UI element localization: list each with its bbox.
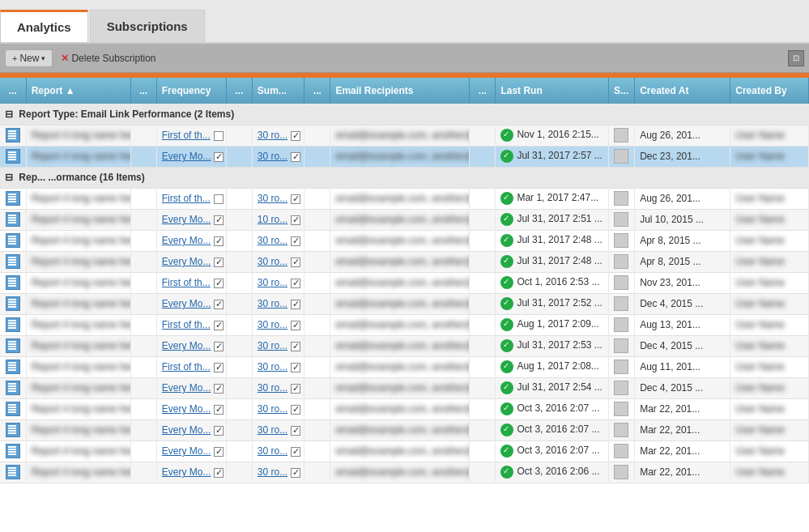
table-row[interactable]: Report 4 long name hereFirst of th...30 … bbox=[0, 125, 809, 146]
frequency-link[interactable]: Every Mo... bbox=[162, 256, 211, 267]
table-row[interactable]: Report 4 long name hereEvery Mo...30 ro.… bbox=[0, 419, 809, 440]
frequency-link[interactable]: Every Mo... bbox=[162, 403, 211, 415]
col-header-report[interactable]: Report ▲ bbox=[26, 78, 130, 104]
table-row[interactable]: Report 4 long name hereEvery Mo...30 ro.… bbox=[0, 146, 809, 167]
col-header-lastrun[interactable]: Last Run bbox=[496, 78, 609, 104]
frequency-link[interactable]: Every Mo... bbox=[162, 214, 211, 225]
frequency-checkbox[interactable] bbox=[214, 152, 224, 162]
summary-link[interactable]: 30 ro... bbox=[258, 340, 287, 351]
frequency-link[interactable]: Every Mo... bbox=[162, 424, 211, 436]
frequency-checkbox[interactable] bbox=[214, 447, 224, 457]
table-row[interactable]: Report 4 long name hereEvery Mo...30 ro.… bbox=[0, 440, 809, 462]
frequency-checkbox[interactable] bbox=[214, 215, 224, 225]
tab-analytics[interactable]: Analytics bbox=[0, 10, 88, 42]
summary-checkbox[interactable] bbox=[291, 215, 300, 225]
frequency-link[interactable]: Every Mo... bbox=[162, 298, 211, 309]
summary-checkbox[interactable] bbox=[291, 257, 300, 267]
summary-link[interactable]: 30 ro... bbox=[258, 256, 287, 267]
frequency-checkbox[interactable] bbox=[214, 426, 224, 436]
collapse-icon[interactable]: ⊟ bbox=[5, 172, 15, 183]
summary-link[interactable]: 30 ro... bbox=[258, 445, 287, 457]
frequency-checkbox[interactable] bbox=[214, 342, 224, 351]
table-row[interactable]: Report 4 long name hereEvery Mo...30 ro.… bbox=[0, 398, 809, 419]
frequency-link[interactable]: First of th... bbox=[162, 193, 211, 204]
table-row[interactable]: Report 4 long name hereFirst of th...30 … bbox=[0, 314, 809, 335]
summary-link[interactable]: 30 ro... bbox=[258, 424, 287, 436]
summary-link[interactable]: 30 ro... bbox=[258, 382, 287, 394]
summary-checkbox[interactable] bbox=[291, 363, 300, 372]
summary-checkbox[interactable] bbox=[291, 152, 300, 162]
table-row[interactable]: Report 4 long name hereFirst of th...30 … bbox=[0, 356, 809, 377]
summary-checkbox[interactable] bbox=[291, 321, 300, 330]
restore-icon[interactable]: ⊡ bbox=[788, 50, 804, 66]
frequency-link[interactable]: First of th... bbox=[162, 130, 211, 141]
frequency-checkbox[interactable] bbox=[214, 405, 224, 415]
frequency-checkbox[interactable] bbox=[214, 257, 224, 267]
frequency-checkbox[interactable] bbox=[214, 131, 224, 141]
col-header-email[interactable]: Email Recipients bbox=[330, 78, 470, 104]
col-header-dots5[interactable]: ... bbox=[470, 78, 496, 104]
summary-checkbox[interactable] bbox=[291, 279, 300, 288]
col-header-summary[interactable]: Sum... bbox=[252, 78, 304, 104]
frequency-link[interactable]: First of th... bbox=[162, 277, 211, 288]
summary-checkbox[interactable] bbox=[291, 300, 300, 309]
summary-link[interactable]: 30 ro... bbox=[258, 298, 287, 309]
col-header-frequency[interactable]: Frequency bbox=[156, 78, 226, 104]
table-row[interactable]: Report 4 long name hereEvery Mo...30 ro.… bbox=[0, 377, 809, 398]
frequency-checkbox[interactable] bbox=[214, 468, 224, 478]
frequency-checkbox[interactable] bbox=[214, 300, 224, 309]
table-row[interactable]: Report 4 long name hereFirst of th...30 … bbox=[0, 272, 809, 293]
frequency-checkbox[interactable] bbox=[214, 279, 224, 288]
new-button[interactable]: + New ▾ bbox=[5, 49, 53, 67]
frequency-link[interactable]: Every Mo... bbox=[162, 466, 211, 478]
summary-checkbox[interactable] bbox=[291, 405, 300, 415]
frequency-link[interactable]: Every Mo... bbox=[162, 382, 211, 394]
summary-link[interactable]: 30 ro... bbox=[258, 361, 287, 372]
summary-link[interactable]: 30 ro... bbox=[258, 277, 287, 288]
frequency-checkbox[interactable] bbox=[214, 384, 224, 394]
col-header-s[interactable]: S... bbox=[608, 78, 634, 104]
table-row[interactable]: Report 4 long name hereEvery Mo...30 ro.… bbox=[0, 293, 809, 314]
frequency-checkbox[interactable] bbox=[214, 363, 224, 372]
frequency-link[interactable]: Every Mo... bbox=[162, 340, 211, 351]
summary-link[interactable]: 30 ro... bbox=[258, 130, 287, 141]
frequency-link[interactable]: Every Mo... bbox=[162, 235, 211, 246]
table-row[interactable]: Report 4 long name hereEvery Mo...30 ro.… bbox=[0, 251, 809, 272]
summary-link[interactable]: 30 ro... bbox=[258, 235, 287, 246]
table-container[interactable]: ... Report ▲ ... Frequency ... Sum... ..… bbox=[0, 78, 809, 532]
col-header-dots4[interactable]: ... bbox=[304, 78, 330, 104]
frequency-link[interactable]: First of th... bbox=[162, 319, 211, 330]
summary-link[interactable]: 30 ro... bbox=[258, 466, 287, 478]
col-header-dots2[interactable]: ... bbox=[130, 78, 156, 104]
table-row[interactable]: Report 4 long name hereFirst of th...30 … bbox=[0, 188, 809, 209]
col-header-dots1[interactable]: ... bbox=[0, 78, 26, 104]
frequency-checkbox[interactable] bbox=[214, 321, 224, 330]
summary-link[interactable]: 30 ro... bbox=[258, 151, 287, 162]
summary-link[interactable]: 10 ro... bbox=[258, 214, 287, 225]
table-row[interactable]: Report 4 long name hereEvery Mo...30 ro.… bbox=[0, 462, 809, 483]
table-row[interactable]: Report 4 long name hereEvery Mo...10 ro.… bbox=[0, 209, 809, 230]
frequency-link[interactable]: Every Mo... bbox=[162, 445, 211, 457]
col-header-dots3[interactable]: ... bbox=[226, 78, 252, 104]
frequency-checkbox[interactable] bbox=[214, 236, 224, 246]
summary-link[interactable]: 30 ro... bbox=[258, 193, 287, 204]
summary-checkbox[interactable] bbox=[291, 384, 300, 394]
summary-checkbox[interactable] bbox=[291, 426, 300, 436]
table-row[interactable]: Report 4 long name hereEvery Mo...30 ro.… bbox=[0, 335, 809, 356]
frequency-link[interactable]: First of th... bbox=[162, 361, 211, 372]
frequency-checkbox[interactable] bbox=[214, 194, 224, 204]
summary-checkbox[interactable] bbox=[291, 194, 300, 204]
summary-checkbox[interactable] bbox=[291, 236, 300, 246]
table-row[interactable]: Report 4 long name hereEvery Mo...30 ro.… bbox=[0, 230, 809, 251]
col-header-createdat[interactable]: Created At bbox=[635, 78, 730, 104]
summary-checkbox[interactable] bbox=[291, 342, 300, 351]
tab-subscriptions[interactable]: Subscriptions bbox=[90, 10, 205, 42]
summary-link[interactable]: 30 ro... bbox=[258, 403, 287, 415]
collapse-icon[interactable]: ⊟ bbox=[5, 109, 15, 120]
summary-checkbox[interactable] bbox=[291, 468, 300, 478]
summary-link[interactable]: 30 ro... bbox=[258, 319, 287, 330]
col-header-createdby[interactable]: Created By bbox=[730, 78, 809, 104]
delete-subscription-button[interactable]: ✕ Delete Subscription bbox=[56, 50, 160, 66]
frequency-link[interactable]: Every Mo... bbox=[162, 151, 211, 162]
summary-checkbox[interactable] bbox=[291, 131, 300, 141]
